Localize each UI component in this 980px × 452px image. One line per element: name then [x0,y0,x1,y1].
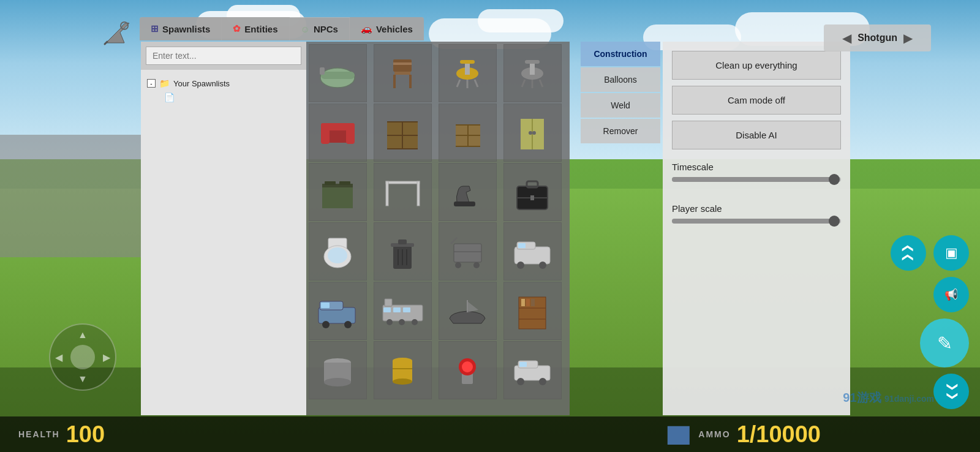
svg-point-99 [462,361,473,372]
svg-rect-79 [403,307,410,312]
item-bathtub[interactable] [309,44,367,102]
playerscale-thumb[interactable] [829,216,840,227]
search-input[interactable] [146,47,301,65]
playerscale-track[interactable] [672,219,841,224]
left-joystick[interactable]: ▲ ▼ ◀ ▶ [49,323,116,391]
svg-point-74 [344,321,352,328]
tab-balloons[interactable]: Balloons [581,67,660,92]
tree-item-spawnlists[interactable]: - 📁 Your Spawnlists [147,76,300,91]
svg-rect-76 [385,299,392,306]
item-cart[interactable] [439,222,497,281]
svg-rect-8 [393,62,412,65]
svg-point-62 [455,262,461,268]
screen-button[interactable]: ▣ [933,235,969,271]
svg-point-81 [399,319,405,325]
watermark-text: 91游戏 [843,391,881,404]
tree-expand-icon[interactable]: - [147,79,156,88]
tab-npcs[interactable]: ☺ NPCs [290,18,350,40]
items-grid [306,42,570,415]
cleanup-button[interactable]: Clean up everything [672,51,841,80]
tab-npcs-label: NPCs [314,24,338,34]
item-wooden-chair[interactable] [374,44,432,102]
tab-spawnlists[interactable]: ⊞ Spawnlists [140,17,222,40]
tab-entities-label: Entities [244,24,277,34]
playerscale-section: Player scale [672,203,841,233]
svg-rect-87 [521,299,525,306]
right-panel: Construction Balloons Weld Remover Clean… [581,42,850,415]
svg-rect-45 [417,181,420,206]
tab-remover[interactable]: Remover [581,119,660,143]
item-light-red[interactable] [439,341,497,399]
svg-rect-89 [531,299,535,306]
svg-rect-41 [325,181,336,185]
joystick-up: ▲ [78,330,88,341]
item-suitcase[interactable] [503,163,562,221]
item-van[interactable] [503,222,562,281]
svg-rect-46 [454,202,475,206]
cammode-button[interactable]: Cam mode off [672,86,841,115]
timescale-thumb[interactable] [829,174,840,185]
svg-rect-78 [393,307,401,312]
svg-rect-7 [409,75,412,88]
joystick-right: ▶ [103,352,110,363]
next-weapon-button[interactable]: ▶ [903,31,913,45]
svg-rect-5 [394,72,410,75]
health-value: 100 [66,421,105,448]
item-boot-item[interactable] [439,163,497,221]
timescale-track[interactable] [672,177,841,182]
svg-rect-50 [530,195,534,200]
item-boat[interactable] [439,282,497,340]
spawnlists-icon: ⊞ [151,23,159,34]
svg-rect-16 [530,62,535,75]
item-cylinder[interactable] [309,341,367,399]
svg-point-95 [393,379,412,385]
tab-vehicles[interactable]: 🚗 Vehicles [350,17,424,40]
item-crate-small[interactable] [439,104,497,162]
megaphone-button[interactable]: 📢 [933,277,969,312]
item-couch[interactable] [309,104,367,162]
item-small-van[interactable] [309,282,367,340]
playerscale-label: Player scale [672,203,841,214]
item-cabinet[interactable] [503,282,562,340]
item-crate-large[interactable] [374,104,432,162]
wrench-icon [97,15,134,52]
pencil-button[interactable]: ✎ [920,318,969,367]
shotgun-display: ◀ Shotgun ▶ [824,24,931,51]
tab-entities[interactable]: ✿ Entities [222,17,289,40]
tab-spawnlists-label: Spawnlists [162,24,210,34]
item-train[interactable] [374,282,432,340]
item-barrel-yellow[interactable] [374,341,432,399]
svg-point-82 [412,319,418,325]
item-toilet[interactable] [309,222,367,281]
npcs-icon: ☺ [301,24,310,34]
tree-child-item[interactable]: 📄 [164,91,300,104]
right-controls-row1: ❮❮ ▣ [891,235,969,271]
joystick-left: ◀ [55,352,62,363]
svg-rect-67 [518,243,526,248]
svg-rect-44 [386,181,388,206]
item-office-chair-yellow[interactable] [439,44,497,102]
item-goal-post[interactable] [374,163,432,221]
svg-line-19 [540,80,543,87]
svg-rect-10 [465,62,470,75]
svg-rect-75 [383,305,423,321]
item-dumpster[interactable] [309,163,367,221]
item-office-chair-gray[interactable] [503,44,562,102]
joystick-outer[interactable]: ▲ ▼ ◀ ▶ [49,323,116,391]
tab-construction[interactable]: Construction [581,42,660,66]
svg-rect-42 [339,181,350,185]
playerscale-fill [672,219,832,224]
disableai-button[interactable]: Disable AI [672,121,841,149]
down-double-arrow-button[interactable]: ❮❮ [891,235,926,271]
item-locker[interactable] [503,104,562,162]
up-double-arrow-button[interactable]: ❮❮ [933,374,969,409]
svg-point-37 [529,131,532,135]
item-trash-bin[interactable] [374,222,432,281]
prev-weapon-button[interactable]: ◀ [842,31,851,45]
tab-weld[interactable]: Weld [581,93,660,118]
health-display: HEALTH 100 [18,421,105,448]
svg-point-92 [324,378,351,386]
item-car-small[interactable] [503,341,562,399]
health-label: HEALTH [18,429,60,439]
ammo-label: AMMO [698,429,730,439]
